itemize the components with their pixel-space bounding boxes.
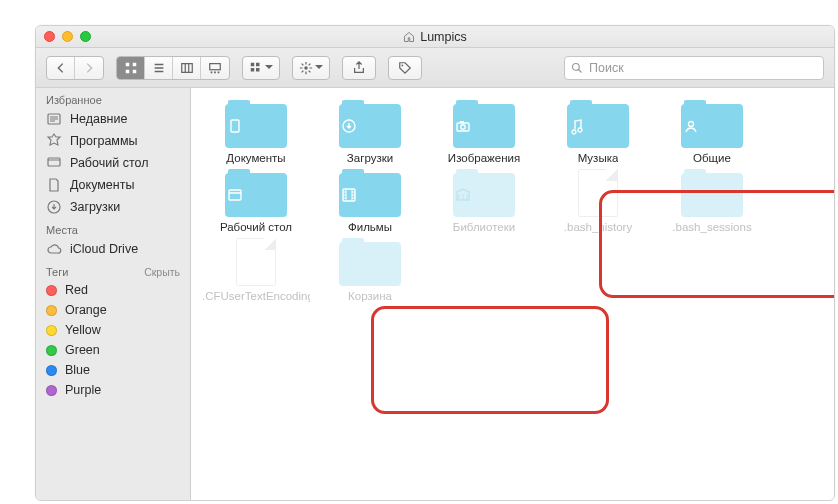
back-button[interactable] — [47, 57, 75, 79]
svg-rect-14 — [251, 62, 255, 66]
minimize-button[interactable] — [62, 31, 73, 42]
svg-line-24 — [309, 70, 311, 72]
view-icons-button[interactable] — [117, 57, 145, 79]
sidebar-item-recent[interactable]: Недавние — [36, 108, 190, 130]
view-columns-button[interactable] — [173, 57, 201, 79]
view-gallery-button[interactable] — [201, 57, 229, 79]
file-item[interactable]: Музыка — [543, 100, 653, 165]
sidebar-item-label: Green — [65, 343, 100, 357]
view-list-button[interactable] — [145, 57, 173, 79]
sidebar-item-label: Purple — [65, 383, 101, 397]
folder-glyph-icon — [453, 185, 515, 205]
svg-rect-13 — [218, 71, 220, 73]
file-item[interactable]: Загрузки — [315, 100, 425, 165]
tag-dot-icon — [46, 325, 57, 336]
sidebar-tag-blue[interactable]: Blue — [36, 360, 190, 380]
file-item[interactable]: .bash_sessions — [657, 169, 767, 234]
action-menu-button[interactable] — [292, 56, 330, 80]
svg-rect-11 — [211, 71, 213, 73]
forward-button[interactable] — [75, 57, 103, 79]
sidebar-item-downloads[interactable]: Загрузки — [36, 196, 190, 218]
sidebar-tag-yellow[interactable]: Yellow — [36, 320, 190, 340]
share-button[interactable] — [342, 56, 376, 80]
chevron-down-icon — [315, 65, 323, 70]
sidebar-item-label: Документы — [70, 178, 134, 192]
svg-rect-10 — [210, 63, 221, 69]
folder-glyph-icon — [681, 116, 743, 136]
file-label: Рабочий стол — [220, 221, 292, 234]
file-item[interactable]: .CFUserTextEncoding — [201, 238, 311, 303]
tag-dot-icon — [46, 385, 57, 396]
folder-glyph-icon — [225, 116, 287, 136]
sidebar-item-icloud[interactable]: iCloud Drive — [36, 238, 190, 260]
svg-rect-17 — [256, 68, 260, 72]
file-item[interactable]: Общие — [657, 100, 767, 165]
sidebar-item-applications[interactable]: Программы — [36, 130, 190, 152]
file-label: Документы — [226, 152, 285, 165]
svg-rect-16 — [251, 68, 255, 72]
sidebar-tag-red[interactable]: Red — [36, 280, 190, 300]
file-label: .CFUserTextEncoding — [202, 290, 310, 303]
desktop-icon — [46, 155, 62, 171]
file-item[interactable]: .bash_history — [543, 169, 653, 234]
sidebar-item-label: Рабочий стол — [70, 156, 148, 170]
sidebar-item-label: Загрузки — [70, 200, 120, 214]
sidebar-item-label: Недавние — [70, 112, 127, 126]
svg-line-26 — [302, 70, 304, 72]
documents-icon — [46, 177, 62, 193]
file-item[interactable]: Корзина — [315, 238, 425, 303]
file-item[interactable]: Библиотеки — [429, 169, 539, 234]
sidebar-hide-button[interactable]: Скрыть — [144, 266, 180, 278]
file-item[interactable]: Изображения — [429, 100, 539, 165]
gear-icon — [299, 61, 313, 75]
titlebar: Lumpics — [36, 26, 834, 48]
recent-icon — [46, 111, 62, 127]
tag-dot-icon — [46, 305, 57, 316]
file-label: .bash_sessions — [672, 221, 751, 234]
file-label: Общие — [693, 152, 731, 165]
sidebar-tag-green[interactable]: Green — [36, 340, 190, 360]
applications-icon — [46, 133, 62, 149]
sidebar-item-desktop[interactable]: Рабочий стол — [36, 152, 190, 174]
sidebar-heading-places: Места — [36, 218, 190, 238]
traffic-lights — [44, 31, 91, 42]
file-label: Фильмы — [348, 221, 392, 234]
arrange-button[interactable] — [242, 56, 280, 80]
fullscreen-button[interactable] — [80, 31, 91, 42]
sidebar-tag-purple[interactable]: Purple — [36, 380, 190, 400]
svg-point-28 — [573, 63, 580, 70]
share-icon — [352, 61, 366, 75]
svg-line-29 — [579, 69, 582, 72]
downloads-icon — [46, 199, 62, 215]
file-item[interactable]: Фильмы — [315, 169, 425, 234]
search-field[interactable]: Поиск — [564, 56, 824, 80]
tags-button[interactable] — [388, 56, 422, 80]
svg-rect-43 — [229, 190, 241, 200]
home-icon — [403, 31, 415, 43]
content-area[interactable]: ДокументыЗагрузкиИзображенияМузыкаОбщиеР… — [191, 88, 834, 500]
file-item[interactable]: Документы — [201, 100, 311, 165]
search-placeholder: Поиск — [589, 61, 624, 75]
tag-icon — [398, 61, 412, 75]
svg-point-18 — [304, 66, 308, 70]
svg-line-23 — [302, 63, 304, 65]
svg-rect-34 — [48, 158, 60, 166]
file-label: Корзина — [348, 290, 392, 303]
close-button[interactable] — [44, 31, 55, 42]
svg-line-25 — [309, 63, 311, 65]
sidebar-heading-tags: ТегиСкрыть — [36, 260, 190, 280]
sidebar-heading-favorites: Избранное — [36, 88, 190, 108]
window-title: Lumpics — [420, 30, 467, 44]
sidebar-item-documents[interactable]: Документы — [36, 174, 190, 196]
toolbar: Поиск — [36, 48, 834, 88]
svg-rect-15 — [256, 62, 260, 66]
file-label: Библиотеки — [453, 221, 515, 234]
svg-point-27 — [402, 64, 404, 66]
folder-glyph-icon — [339, 116, 401, 136]
sidebar-tag-orange[interactable]: Orange — [36, 300, 190, 320]
file-item[interactable]: Рабочий стол — [201, 169, 311, 234]
sidebar-item-label: Blue — [65, 363, 90, 377]
sidebar-item-label: Orange — [65, 303, 107, 317]
file-icon — [236, 238, 276, 286]
file-label: Музыка — [578, 152, 619, 165]
